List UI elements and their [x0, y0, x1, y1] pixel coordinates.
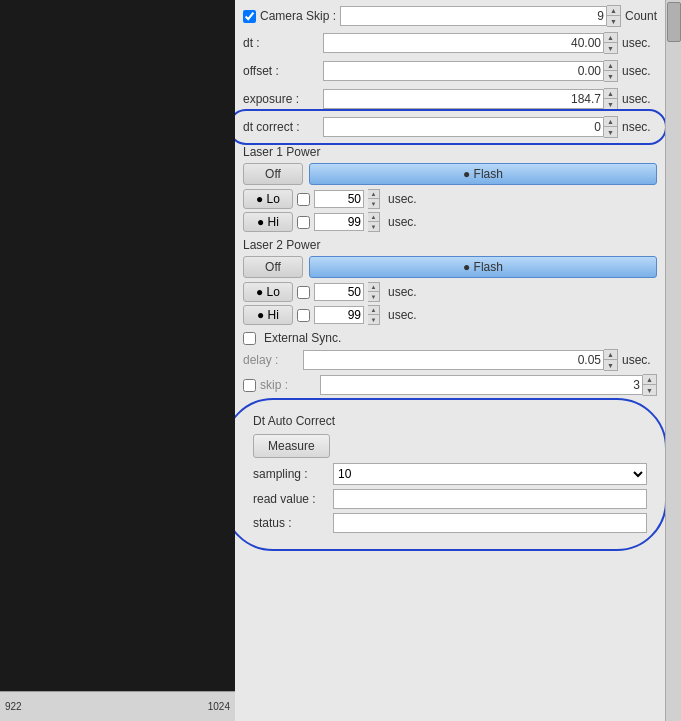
laser1-hi-up[interactable]: ▲: [368, 213, 379, 222]
delay-spinner[interactable]: ▲ ▼: [604, 349, 618, 371]
laser2-flash-button[interactable]: ● Flash: [309, 256, 657, 278]
exposure-row: exposure : ▲ ▼ usec.: [243, 87, 657, 111]
dt-correct-up[interactable]: ▲: [604, 117, 617, 127]
laser2-hi-checkbox[interactable]: [297, 309, 310, 322]
sampling-row: sampling : 10 20 50 100: [253, 463, 647, 485]
status-input[interactable]: [333, 513, 647, 533]
laser2-hi-button[interactable]: ● Hi: [243, 305, 293, 325]
laser2-lo-checkbox[interactable]: [297, 286, 310, 299]
exposure-input[interactable]: [323, 89, 604, 109]
camera-skip-spinner[interactable]: ▲ ▼: [607, 5, 621, 27]
laser1-lo-up[interactable]: ▲: [368, 190, 379, 199]
laser1-hi-unit: usec.: [388, 215, 423, 229]
delay-up[interactable]: ▲: [604, 350, 617, 360]
laser1-lo-spinner[interactable]: ▲ ▼: [368, 189, 380, 209]
delay-down[interactable]: ▼: [604, 360, 617, 370]
exposure-spinner[interactable]: ▲ ▼: [604, 88, 618, 110]
laser2-lo-row: ● Lo ▲ ▼ usec.: [243, 282, 657, 302]
laser1-lo-button[interactable]: ● Lo: [243, 189, 293, 209]
dt-correct-spinner[interactable]: ▲ ▼: [604, 116, 618, 138]
camera-skip-label: Camera Skip :: [260, 9, 336, 23]
dt-unit: usec.: [622, 36, 657, 50]
left-panel: 922 1024: [0, 0, 235, 721]
skip-checkbox[interactable]: [243, 379, 256, 392]
camera-skip-down[interactable]: ▼: [607, 16, 620, 26]
sampling-select[interactable]: 10 20 50 100: [333, 463, 647, 485]
laser1-lo-unit: usec.: [388, 192, 423, 206]
dt-down[interactable]: ▼: [604, 43, 617, 53]
skip-up[interactable]: ▲: [643, 375, 656, 385]
laser2-hi-row: ● Hi ▲ ▼ usec.: [243, 305, 657, 325]
laser1-lo-down[interactable]: ▼: [368, 199, 379, 208]
laser1-lo-input[interactable]: [314, 190, 364, 208]
laser1-hi-checkbox[interactable]: [297, 216, 310, 229]
laser2-hi-unit: usec.: [388, 308, 423, 322]
camera-skip-row: Camera Skip : ▲ ▼ Count: [243, 5, 657, 27]
offset-down[interactable]: ▼: [604, 71, 617, 81]
content-area: Camera Skip : ▲ ▼ Count dt : ▲ ▼ usec.: [235, 0, 665, 721]
camera-skip-input[interactable]: [340, 6, 607, 26]
laser2-lo-input[interactable]: [314, 283, 364, 301]
laser2-lo-up[interactable]: ▲: [368, 283, 379, 292]
dt-correct-unit: nsec.: [622, 120, 657, 134]
laser1-hi-row: ● Hi ▲ ▼ usec.: [243, 212, 657, 232]
laser2-hi-spinner[interactable]: ▲ ▼: [368, 305, 380, 325]
laser1-off-button[interactable]: Off: [243, 163, 303, 185]
dt-spinner[interactable]: ▲ ▼: [604, 32, 618, 54]
scrollbar[interactable]: [665, 0, 681, 721]
delay-input[interactable]: [303, 350, 604, 370]
laser2-lo-unit: usec.: [388, 285, 423, 299]
ext-sync-checkbox[interactable]: [243, 332, 256, 345]
offset-up[interactable]: ▲: [604, 61, 617, 71]
laser2-lo-button[interactable]: ● Lo: [243, 282, 293, 302]
camera-skip-checkbox[interactable]: [243, 10, 256, 23]
measure-button[interactable]: Measure: [253, 434, 330, 458]
skip-input-wrapper: ▲ ▼: [320, 374, 657, 396]
delay-row: delay : ▲ ▼ usec.: [243, 349, 657, 371]
skip-input[interactable]: [320, 375, 643, 395]
exposure-input-wrapper: ▲ ▼: [323, 88, 618, 110]
delay-label: delay :: [243, 353, 303, 367]
dt-correct-input[interactable]: [323, 117, 604, 137]
laser2-lo-down[interactable]: ▼: [368, 292, 379, 301]
laser2-hi-up[interactable]: ▲: [368, 306, 379, 315]
laser1-lo-checkbox[interactable]: [297, 193, 310, 206]
ruler-start: 922: [5, 701, 22, 712]
dt-input-wrapper: ▲ ▼: [323, 32, 618, 54]
laser1-hi-button[interactable]: ● Hi: [243, 212, 293, 232]
dt-input[interactable]: [323, 33, 604, 53]
laser1-button-row: Off ● Flash: [243, 163, 657, 185]
read-value-row: read value :: [253, 489, 647, 509]
laser1-hi-spinner[interactable]: ▲ ▼: [368, 212, 380, 232]
scrollbar-thumb[interactable]: [667, 2, 681, 42]
laser2-off-button[interactable]: Off: [243, 256, 303, 278]
offset-input-wrapper: ▲ ▼: [323, 60, 618, 82]
dt-correct-input-wrapper: ▲ ▼: [323, 116, 618, 138]
offset-input[interactable]: [323, 61, 604, 81]
exposure-up[interactable]: ▲: [604, 89, 617, 99]
camera-skip-up[interactable]: ▲: [607, 6, 620, 16]
laser1-flash-button[interactable]: ● Flash: [309, 163, 657, 185]
delay-input-wrapper: ▲ ▼: [303, 349, 618, 371]
exposure-down[interactable]: ▼: [604, 99, 617, 109]
laser2-hi-input[interactable]: [314, 306, 364, 324]
laser1-hi-down[interactable]: ▼: [368, 222, 379, 231]
offset-label: offset :: [243, 64, 323, 78]
laser2-title: Laser 2 Power: [243, 238, 657, 252]
dt-correct-down[interactable]: ▼: [604, 127, 617, 137]
exposure-label: exposure :: [243, 92, 323, 106]
laser2-hi-down[interactable]: ▼: [368, 315, 379, 324]
skip-spinner[interactable]: ▲ ▼: [643, 374, 657, 396]
dt-label: dt :: [243, 36, 323, 50]
dtauto-section: Dt Auto Correct Measure sampling : 10 20…: [243, 406, 657, 543]
dt-up[interactable]: ▲: [604, 33, 617, 43]
laser1-hi-input[interactable]: [314, 213, 364, 231]
ruler-end: 1024: [208, 701, 230, 712]
dtauto-title: Dt Auto Correct: [253, 414, 647, 428]
skip-label: skip :: [260, 378, 320, 392]
read-value-input[interactable]: [333, 489, 647, 509]
laser2-lo-spinner[interactable]: ▲ ▼: [368, 282, 380, 302]
skip-down[interactable]: ▼: [643, 385, 656, 395]
main-panel: Camera Skip : ▲ ▼ Count dt : ▲ ▼ usec.: [235, 0, 681, 721]
offset-spinner[interactable]: ▲ ▼: [604, 60, 618, 82]
